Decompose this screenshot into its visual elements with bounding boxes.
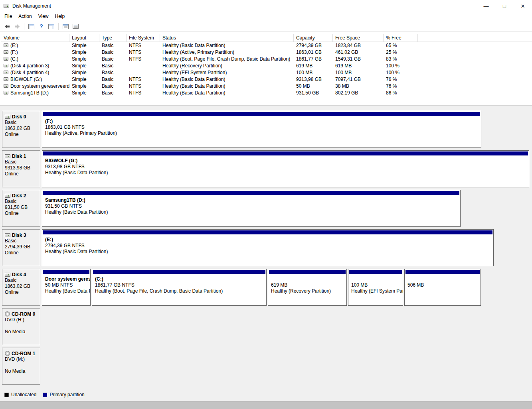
volume-free-space: 1823,84 GB xyxy=(333,43,384,48)
disk-status: Online xyxy=(5,210,39,216)
disk-name: Disk 4 xyxy=(12,272,26,277)
volume-free-space: 461,02 GB xyxy=(333,49,384,55)
volume-name: (E:) xyxy=(10,43,18,48)
toolbar-separator xyxy=(24,23,24,30)
disk-kind: Basic xyxy=(5,238,39,244)
volume-row-system-reserved[interactable]: Door systeem gereserveerd Simple Basic N… xyxy=(1,83,532,89)
help-button[interactable]: ? xyxy=(36,22,46,31)
show-console-tree-button[interactable] xyxy=(26,22,36,31)
partition-c[interactable]: (C:) 1861,77 GB NTFS Healthy (Boot, Page… xyxy=(92,269,267,306)
partition-system-reserved[interactable]: Door systeem gereserveerd 50 MB NTFS Hea… xyxy=(42,269,91,306)
volume-capacity: 619 MB xyxy=(294,63,333,69)
cdrom-media-status: No Media xyxy=(5,329,39,335)
disk-name: Disk 1 xyxy=(12,153,26,159)
maximize-button[interactable]: □ xyxy=(495,0,514,12)
cd-rom-icon xyxy=(5,311,10,317)
minimize-button[interactable]: — xyxy=(477,0,495,12)
volume-row-disk4-partition3[interactable]: (Disk 4 partition 3) Simple Basic Health… xyxy=(1,62,532,69)
disk-0-label[interactable]: Disk 0 Basic 1863,02 GB Online xyxy=(2,111,40,148)
disk-row-1: Disk 1 Basic 9313,98 GB Online BIGWOLF (… xyxy=(2,150,532,187)
properties-button[interactable] xyxy=(61,22,71,31)
disk-kind: Basic xyxy=(5,159,39,165)
graphical-view-pane: Disk 0 Basic 1863,02 GB Online (F:) 1863… xyxy=(0,106,532,401)
volume-layout: Simple xyxy=(69,43,99,48)
column-header-file-system[interactable]: File System xyxy=(127,34,160,42)
column-header-status[interactable]: Status xyxy=(160,34,294,42)
volume-row-c[interactable]: (C:) Simple Basic NTFS Healthy (Boot, Pa… xyxy=(1,55,532,62)
volume-free-space: 100 MB xyxy=(333,70,384,75)
column-header-volume[interactable]: Volume xyxy=(1,34,69,42)
primary-partition-band xyxy=(269,270,346,274)
disk-row-3: Disk 3 Basic 2794,39 GB Online (E:) 2794… xyxy=(2,229,532,266)
volume-pct-free: 76 % xyxy=(384,77,418,82)
volume-icon xyxy=(4,57,8,61)
volume-row-disk4-partition4[interactable]: (Disk 4 partition 4) Simple Basic Health… xyxy=(1,69,532,76)
primary-partition-band xyxy=(43,270,89,274)
partition-506mb[interactable]: 506 MB xyxy=(404,269,481,306)
disk-status: Online xyxy=(5,289,39,295)
back-button[interactable] xyxy=(2,22,12,31)
legend: Unallocated Primary partition xyxy=(4,392,91,397)
column-header-type[interactable]: Type xyxy=(99,34,127,42)
close-button[interactable]: ✕ xyxy=(514,0,532,12)
legend-swatch-primary-partition xyxy=(43,393,47,397)
partition-status: Healthy (Boot, Page File, Crash Dump, Ba… xyxy=(95,288,266,294)
show-action-pane-button[interactable] xyxy=(46,22,56,31)
partition-e[interactable]: (E:) 2794,39 GB NTFS Healthy (Basic Data… xyxy=(42,229,494,266)
partition-title: BIGWOLF (G:) xyxy=(45,158,529,164)
volume-row-e[interactable]: (E:) Simple Basic NTFS Healthy (Basic Da… xyxy=(1,42,532,49)
cdrom-1-label[interactable]: CD-ROM 1 DVD (M:) No Media xyxy=(2,348,40,385)
partition-title xyxy=(271,276,346,282)
column-header-pct-free[interactable]: % Free xyxy=(384,34,418,42)
volume-pct-free: 83 % xyxy=(384,56,418,62)
volume-capacity: 1861,77 GB xyxy=(294,56,333,62)
volume-pct-free: 25 % xyxy=(384,49,418,55)
partition-f[interactable]: (F:) 1863,01 GB NTFS Healthy (Active, Pr… xyxy=(42,111,481,148)
menu-file[interactable]: File xyxy=(1,12,15,20)
volume-name: (Disk 4 partition 3) xyxy=(10,63,49,69)
volume-row-samsung1tb[interactable]: Samsung1TB (D:) Simple Basic NTFS Health… xyxy=(1,89,532,96)
volume-icon xyxy=(4,91,8,94)
partition-efi-system[interactable]: 100 MB Healthy (EFI System Partition) xyxy=(348,269,403,306)
show-list-button[interactable] xyxy=(71,22,81,31)
cdrom-name: CD-ROM 1 xyxy=(12,351,35,356)
column-header-filler xyxy=(418,34,532,42)
menu-action[interactable]: Action xyxy=(15,12,35,20)
volume-status: Healthy (Basic Data Partition) xyxy=(160,43,294,48)
primary-partition-band xyxy=(405,270,480,274)
menu-help[interactable]: Help xyxy=(52,12,68,20)
column-header-layout[interactable]: Layout xyxy=(69,34,99,42)
volume-name: BIGWOLF (G:) xyxy=(10,77,42,82)
cdrom-name: CD-ROM 0 xyxy=(12,311,35,317)
column-header-free-space[interactable]: Free Space xyxy=(333,34,384,42)
partition-recovery[interactable]: 619 MB Healthy (Recovery Partition) xyxy=(268,269,347,306)
volume-row-bigwolf[interactable]: BIGWOLF (G:) Simple Basic NTFS Healthy (… xyxy=(1,76,532,83)
volume-row-f[interactable]: (F:) Simple Basic NTFS Healthy (Active, … xyxy=(1,49,532,55)
partition-samsung1tb-d[interactable]: Samsung1TB (D:) 931,50 GB NTFS Healthy (… xyxy=(42,190,461,227)
disk-2-label[interactable]: Disk 2 Basic 931,50 GB Online xyxy=(2,190,40,227)
partition-status: Healthy (Basic Data Partition) xyxy=(45,249,493,255)
volume-filesystem: NTFS xyxy=(127,49,160,55)
bottom-strip xyxy=(0,401,532,409)
volume-name: Samsung1TB (D:) xyxy=(10,90,49,96)
volume-type: Basic xyxy=(99,63,127,69)
disk-3-label[interactable]: Disk 3 Basic 2794,39 GB Online xyxy=(2,229,40,266)
partition-status: Healthy (Recovery Partition) xyxy=(271,288,346,294)
volume-capacity: 2794,39 GB xyxy=(294,43,333,48)
disk-icon xyxy=(5,233,10,237)
volume-pct-free: 76 % xyxy=(384,83,418,89)
disk-4-label[interactable]: Disk 4 Basic 1863,02 GB Online xyxy=(2,269,40,306)
cdrom-0-label[interactable]: CD-ROM 0 DVD (H:) No Media xyxy=(2,308,40,345)
disk-1-label[interactable]: Disk 1 Basic 9313,98 GB Online xyxy=(2,150,40,187)
volume-icon xyxy=(4,64,8,67)
volume-free-space: 619 MB xyxy=(333,63,384,69)
partition-status: Healthy (Basic Data Partition) xyxy=(45,209,460,215)
disk-size: 9313,98 GB xyxy=(5,165,39,171)
menu-view[interactable]: View xyxy=(35,12,52,20)
volume-name: Door systeem gereserveerd xyxy=(10,83,69,89)
partition-size: 931,50 GB NTFS xyxy=(45,203,460,209)
column-header-capacity[interactable]: Capacity xyxy=(294,34,333,42)
legend-label-unallocated: Unallocated xyxy=(11,392,36,397)
forward-button[interactable] xyxy=(12,22,22,31)
partition-bigwolf-g[interactable]: BIGWOLF (G:) 9313,98 GB NTFS Healthy (Ba… xyxy=(42,150,529,187)
